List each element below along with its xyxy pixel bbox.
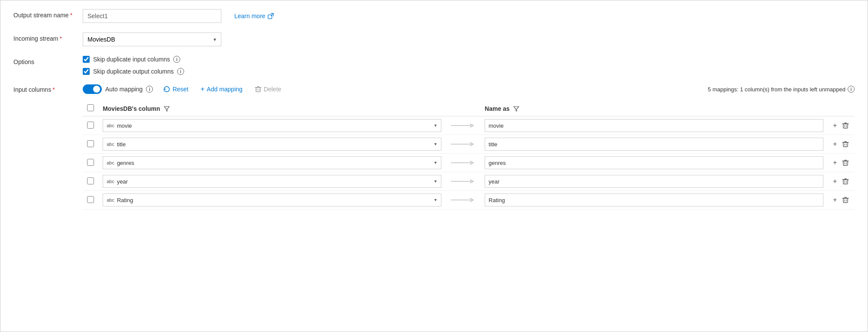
delete-row-btn-0[interactable] bbox=[841, 121, 850, 130]
auto-mapping-toggle[interactable] bbox=[83, 84, 102, 94]
incoming-stream-row: Incoming stream* MoviesDB bbox=[13, 32, 855, 46]
delete-icon bbox=[255, 86, 262, 93]
delete-button[interactable]: Delete bbox=[253, 85, 283, 93]
col-type-badge-2: abc bbox=[107, 160, 114, 165]
skip-duplicate-input-checkbox[interactable] bbox=[83, 56, 90, 63]
arrow-cell-4 bbox=[446, 191, 480, 210]
svg-rect-22 bbox=[843, 161, 848, 165]
arrow-cell-2 bbox=[446, 154, 480, 172]
mapping-toolbar: Auto mapping i Reset + Add mapping bbox=[83, 84, 855, 94]
source-select-wrapper-4: abc Rating bbox=[103, 193, 441, 206]
add-row-btn-1[interactable]: + bbox=[832, 139, 838, 149]
source-column-header: MoviesDB's column bbox=[98, 101, 446, 116]
toggle-slider bbox=[83, 84, 102, 94]
arrow-line-1 bbox=[450, 141, 476, 148]
target-cell-3 bbox=[480, 172, 828, 191]
add-mapping-button[interactable]: + Add mapping bbox=[199, 84, 244, 94]
source-select-3[interactable]: year bbox=[117, 178, 431, 185]
row-actions-0: + bbox=[832, 121, 850, 130]
input-columns-section: Auto mapping i Reset + Add mapping bbox=[83, 84, 855, 210]
delete-row-btn-3[interactable] bbox=[841, 177, 850, 186]
svg-marker-7 bbox=[164, 106, 169, 111]
input-columns-label: Input columns* bbox=[13, 84, 83, 93]
skip-duplicate-output-checkbox[interactable] bbox=[83, 68, 90, 75]
required-star: * bbox=[70, 12, 72, 19]
arrow-line-4 bbox=[450, 197, 476, 203]
name-as-input-3[interactable] bbox=[485, 175, 823, 188]
arrow-line-3 bbox=[450, 178, 476, 185]
skip-duplicate-output-row: Skip duplicate output columns i bbox=[83, 68, 184, 75]
delete-row-btn-4[interactable] bbox=[841, 196, 850, 204]
add-row-btn-3[interactable]: + bbox=[832, 177, 838, 186]
skip-input-info-icon[interactable]: i bbox=[173, 56, 180, 63]
actions-col-header bbox=[828, 101, 855, 116]
options-label: Options bbox=[13, 56, 83, 65]
source-select-wrapper-2: abc genres bbox=[103, 156, 441, 169]
target-column-header: Name as bbox=[480, 101, 828, 116]
row-checkbox-1[interactable] bbox=[87, 140, 94, 147]
row-checkbox-cell-0 bbox=[83, 116, 98, 135]
arrow-svg-4 bbox=[450, 197, 476, 203]
mappings-info-icon[interactable]: i bbox=[848, 86, 855, 93]
col-type-badge-0: abc bbox=[107, 123, 114, 128]
page-container: Output stream name* Learn more Incoming … bbox=[0, 0, 868, 228]
row-checkbox-2[interactable] bbox=[87, 159, 94, 166]
row-actions-1: + bbox=[832, 139, 850, 149]
incoming-stream-select[interactable]: MoviesDB bbox=[83, 32, 221, 46]
source-select-wrapper-3: abc year bbox=[103, 175, 441, 188]
target-filter-icon[interactable] bbox=[513, 106, 519, 112]
delete-row-btn-1[interactable] bbox=[841, 140, 850, 148]
row-actions-4: + bbox=[832, 195, 850, 205]
add-row-btn-4[interactable]: + bbox=[832, 195, 838, 205]
svg-rect-10 bbox=[843, 124, 848, 128]
target-cell-0 bbox=[480, 116, 828, 135]
source-select-0[interactable]: movie bbox=[117, 122, 431, 129]
incoming-stream-wrapper: MoviesDB bbox=[83, 32, 221, 46]
mapping-table: MoviesDB's column Name as bbox=[83, 101, 855, 210]
target-cell-2 bbox=[480, 154, 828, 172]
reset-button[interactable]: Reset bbox=[162, 85, 190, 93]
svg-rect-34 bbox=[843, 198, 848, 203]
target-cell-4 bbox=[480, 191, 828, 210]
name-as-input-4[interactable] bbox=[485, 193, 823, 206]
row-checkbox-cell-1 bbox=[83, 135, 98, 154]
actions-cell-3: + bbox=[828, 172, 855, 191]
name-as-input-2[interactable] bbox=[485, 156, 823, 169]
table-row: abc Rating + bbox=[83, 191, 855, 210]
source-cell-4: abc Rating bbox=[98, 191, 446, 210]
options-row: Options Skip duplicate input columns i S… bbox=[13, 56, 855, 75]
row-checkbox-cell-2 bbox=[83, 154, 98, 172]
source-select-1[interactable]: title bbox=[117, 141, 431, 148]
svg-line-1 bbox=[271, 13, 273, 16]
skip-output-info-icon[interactable]: i bbox=[177, 68, 184, 75]
source-cell-1: abc title bbox=[98, 135, 446, 154]
add-row-btn-2[interactable]: + bbox=[832, 158, 838, 168]
target-cell-1 bbox=[480, 135, 828, 154]
row-checkbox-0[interactable] bbox=[87, 122, 94, 129]
learn-more-link[interactable]: Learn more bbox=[234, 13, 274, 19]
svg-rect-16 bbox=[843, 142, 848, 147]
output-stream-label: Output stream name* bbox=[13, 9, 83, 19]
reset-icon bbox=[163, 86, 170, 93]
row-checkbox-4[interactable] bbox=[87, 196, 94, 203]
header-checkbox[interactable] bbox=[87, 104, 94, 111]
source-select-4[interactable]: Rating bbox=[117, 197, 431, 203]
name-as-input-0[interactable] bbox=[485, 119, 823, 132]
source-select-2[interactable]: genres bbox=[117, 160, 431, 166]
name-as-input-1[interactable] bbox=[485, 138, 823, 151]
source-filter-icon[interactable] bbox=[164, 106, 170, 112]
delete-row-btn-2[interactable] bbox=[841, 158, 850, 167]
header-checkbox-col bbox=[83, 101, 98, 116]
arrow-cell-0 bbox=[446, 116, 480, 135]
auto-mapping-info-icon[interactable]: i bbox=[146, 86, 153, 93]
output-stream-input[interactable] bbox=[83, 9, 221, 23]
add-row-btn-0[interactable]: + bbox=[832, 121, 838, 130]
source-cell-0: abc movie bbox=[98, 116, 446, 135]
incoming-stream-label: Incoming stream* bbox=[13, 32, 83, 42]
table-row: abc genres + bbox=[83, 154, 855, 172]
col-type-badge-4: abc bbox=[107, 197, 114, 203]
svg-rect-28 bbox=[843, 180, 848, 184]
mappings-info: 5 mappings: 1 column(s) from the inputs … bbox=[708, 86, 855, 93]
required-star-2: * bbox=[59, 35, 62, 42]
row-checkbox-3[interactable] bbox=[87, 177, 94, 184]
